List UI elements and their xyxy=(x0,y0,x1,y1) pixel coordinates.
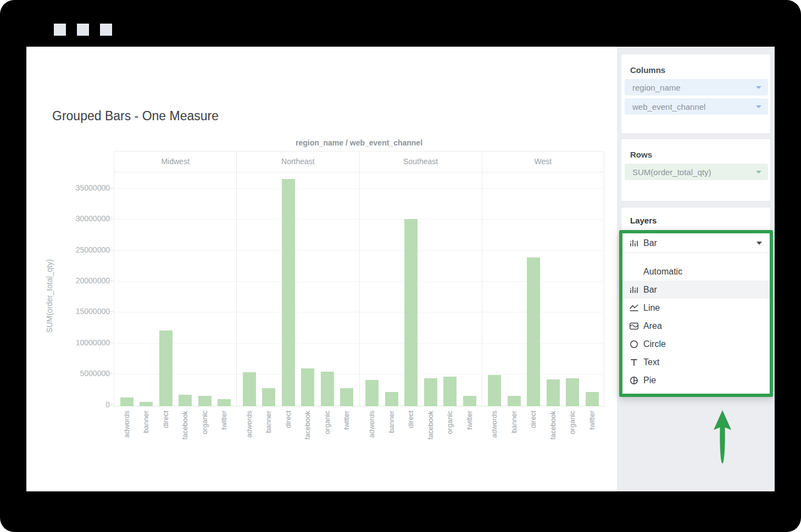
y-axis-title: SUM(order_total_qty) xyxy=(45,186,54,406)
facet-panel-southeast: Southeast xyxy=(359,152,482,407)
y-tick-label: 15000000 xyxy=(57,307,110,316)
bar-northeast-facebook[interactable] xyxy=(301,368,314,407)
layer-option-bar[interactable]: Bar xyxy=(622,281,770,299)
facet-panel-midwest: Midwest xyxy=(114,152,236,407)
app-content: Grouped Bars - One Measure region_name /… xyxy=(26,47,775,491)
bar-southeast-banner[interactable] xyxy=(385,392,398,407)
layer-option-line[interactable]: Line xyxy=(622,299,770,317)
bar-midwest-twitter[interactable] xyxy=(218,399,231,406)
layer-option-label: Bar xyxy=(643,285,657,295)
chevron-down-icon[interactable] xyxy=(756,242,762,245)
facet-label: West xyxy=(482,157,604,166)
bar-west-organic[interactable] xyxy=(566,378,579,407)
x-tick-label: organic xyxy=(568,411,577,434)
x-tick-label: banner xyxy=(387,411,396,433)
y-tick-mark xyxy=(109,219,113,219)
x-tick-label: adwords xyxy=(245,411,254,438)
icon-spacer xyxy=(628,266,639,277)
y-tick-label: 0 xyxy=(57,400,110,409)
pie-chart-icon xyxy=(628,375,639,386)
row-pill-sum-order-total-qty[interactable]: SUM(order_total_qty) xyxy=(625,164,768,180)
page-title: Grouped Bars - One Measure xyxy=(52,109,219,124)
layer-option-label: Line xyxy=(643,303,660,313)
chevron-down-icon[interactable] xyxy=(756,171,761,173)
circle-chart-icon xyxy=(628,339,639,350)
titlebar-button-2[interactable] xyxy=(77,24,89,36)
rows-card: Rows SUM(order_total_qty) xyxy=(621,138,771,201)
bar-northeast-direct[interactable] xyxy=(282,179,295,407)
row-pill-label: SUM(order_total_qty) xyxy=(632,167,756,177)
annotation-arrow-up-icon xyxy=(711,408,733,468)
columns-header: Columns xyxy=(630,65,665,75)
column-pill-label: region_name xyxy=(632,83,756,92)
layer-option-pie[interactable]: Pie xyxy=(622,371,770,389)
bar-west-twitter[interactable] xyxy=(586,392,599,407)
facet-panel-west: West xyxy=(482,152,604,407)
x-tick-label: twitter xyxy=(465,411,474,430)
titlebar-button-1[interactable] xyxy=(54,24,66,36)
x-tick-label: organic xyxy=(323,411,332,434)
x-tick-label: banner xyxy=(510,411,519,433)
bar-midwest-facebook[interactable] xyxy=(179,395,192,406)
chart-canvas: Grouped Bars - One Measure region_name /… xyxy=(26,47,617,491)
layer-option-automatic[interactable]: Automatic xyxy=(622,262,770,281)
layer-option-label: Automatic xyxy=(643,267,682,277)
x-tick-label: facebook xyxy=(426,411,435,440)
bar-southeast-facebook[interactable] xyxy=(424,378,437,407)
bar-midwest-direct[interactable] xyxy=(159,331,173,406)
layers-header: Layers xyxy=(630,216,657,225)
y-tick-mark xyxy=(109,311,113,312)
column-pill-region-name[interactable]: region_name xyxy=(625,79,768,96)
y-tick-mark xyxy=(109,188,113,188)
y-tick-label: 5000000 xyxy=(57,369,110,378)
app-window-frame: Grouped Bars - One Measure region_name /… xyxy=(0,0,801,532)
x-tick-label: banner xyxy=(142,411,151,433)
line-chart-icon xyxy=(628,303,639,313)
y-tick-label: 35000000 xyxy=(57,183,110,192)
y-tick-label: 10000000 xyxy=(57,338,110,347)
x-tick-label: direct xyxy=(407,411,415,428)
bar-west-facebook[interactable] xyxy=(547,379,560,406)
bar-northeast-organic[interactable] xyxy=(321,372,334,407)
area-chart-icon xyxy=(628,321,639,332)
bar-midwest-adwords[interactable] xyxy=(120,397,134,407)
facet-axis-title: region_name / web_event_channel xyxy=(114,138,604,147)
x-tick-label: twitter xyxy=(220,411,229,430)
layer-option-circle[interactable]: Circle xyxy=(622,335,770,353)
bar-southeast-organic[interactable] xyxy=(443,377,457,407)
bar-west-adwords[interactable] xyxy=(488,375,501,406)
bar-midwest-banner[interactable] xyxy=(140,402,153,407)
y-tick-mark xyxy=(109,343,113,343)
layer-type-select[interactable]: Bar xyxy=(622,233,770,253)
bar-northeast-twitter[interactable] xyxy=(340,388,353,406)
bar-chart-icon xyxy=(628,238,639,249)
y-tick-label: 25000000 xyxy=(57,245,110,254)
bar-southeast-adwords[interactable] xyxy=(365,380,379,406)
columns-card: Columns region_name web_event_channel xyxy=(621,54,771,134)
column-pill-label: web_event_channel xyxy=(632,102,756,111)
layer-option-label: Text xyxy=(643,357,659,367)
bar-southeast-twitter[interactable] xyxy=(463,396,476,407)
layer-option-text[interactable]: Text xyxy=(622,353,770,371)
x-tick-label: direct xyxy=(529,411,538,428)
bar-southeast-direct[interactable] xyxy=(404,219,418,406)
plot-area: MidwestNortheastSoutheastWest xyxy=(114,151,604,406)
bar-northeast-adwords[interactable] xyxy=(243,372,256,407)
bar-northeast-banner[interactable] xyxy=(262,388,275,406)
column-pill-web-event-channel[interactable]: web_event_channel xyxy=(625,98,768,115)
layer-option-area[interactable]: Area xyxy=(622,317,770,335)
chevron-down-icon[interactable] xyxy=(756,86,761,89)
layer-type-dropdown-highlighted: Bar AutomaticBarLineAreaCircleTextPie xyxy=(619,230,773,397)
x-tick-label: twitter xyxy=(588,411,597,430)
layer-option-label: Pie xyxy=(643,376,656,385)
bar-west-banner[interactable] xyxy=(508,396,521,407)
x-tick-label: facebook xyxy=(181,411,190,440)
chevron-down-icon[interactable] xyxy=(756,105,761,108)
bar-west-direct[interactable] xyxy=(527,257,540,406)
layer-type-selected-label: Bar xyxy=(643,238,756,248)
titlebar-button-3[interactable] xyxy=(100,24,112,36)
y-tick-mark xyxy=(109,373,113,374)
facet-panel-northeast: Northeast xyxy=(236,152,359,407)
x-tick-label: direct xyxy=(284,411,293,428)
bar-midwest-organic[interactable] xyxy=(198,396,212,407)
